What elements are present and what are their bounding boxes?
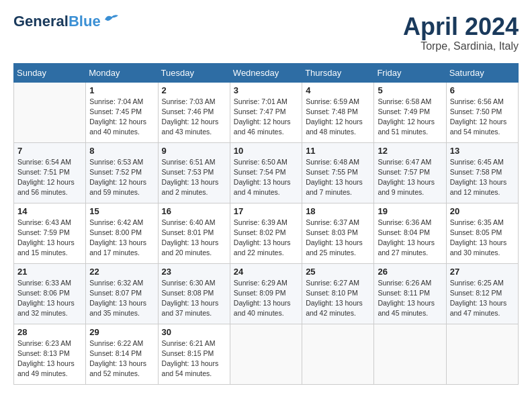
calendar-cell: 11Sunrise: 6:48 AMSunset: 7:55 PMDayligh… (302, 142, 374, 203)
calendar-cell: 24Sunrise: 6:29 AMSunset: 8:09 PMDayligh… (230, 263, 302, 324)
calendar-cell: 26Sunrise: 6:26 AMSunset: 8:11 PMDayligh… (374, 263, 446, 324)
calendar-week-row: 7Sunrise: 6:54 AMSunset: 7:51 PMDaylight… (14, 142, 519, 203)
day-detail: Sunrise: 6:59 AMSunset: 7:48 PMDaylight:… (306, 97, 370, 138)
day-detail: Sunrise: 7:03 AMSunset: 7:46 PMDaylight:… (162, 97, 226, 138)
day-detail: Sunrise: 6:45 AMSunset: 7:58 PMDaylight:… (450, 157, 515, 198)
day-number: 23 (162, 267, 226, 277)
day-detail: Sunrise: 6:30 AMSunset: 8:08 PMDaylight:… (162, 278, 226, 319)
day-number: 29 (89, 327, 154, 337)
calendar-body: 1Sunrise: 7:04 AMSunset: 7:45 PMDaylight… (14, 82, 519, 384)
day-header-tuesday: Tuesday (158, 63, 230, 82)
title-area: April 2024 Torpe, Sardinia, Italy (403, 13, 519, 52)
calendar-cell: 1Sunrise: 7:04 AMSunset: 7:45 PMDaylight… (86, 82, 158, 142)
calendar-cell: 15Sunrise: 6:42 AMSunset: 8:00 PMDayligh… (86, 203, 158, 263)
calendar-week-row: 14Sunrise: 6:43 AMSunset: 7:59 PMDayligh… (14, 203, 519, 263)
day-number: 15 (89, 206, 154, 216)
day-number: 1 (89, 85, 154, 95)
day-detail: Sunrise: 6:21 AMSunset: 8:15 PMDaylight:… (162, 338, 226, 379)
day-detail: Sunrise: 6:35 AMSunset: 8:05 PMDaylight:… (450, 218, 515, 259)
bird-icon (103, 13, 120, 25)
day-number: 12 (378, 146, 442, 156)
calendar-cell: 7Sunrise: 6:54 AMSunset: 7:51 PMDaylight… (14, 142, 86, 203)
day-detail: Sunrise: 6:39 AMSunset: 8:02 PMDaylight:… (234, 218, 298, 259)
calendar-cell: 28Sunrise: 6:23 AMSunset: 8:13 PMDayligh… (14, 324, 86, 384)
day-detail: Sunrise: 6:29 AMSunset: 8:09 PMDaylight:… (234, 278, 298, 319)
day-detail: Sunrise: 6:23 AMSunset: 8:13 PMDaylight:… (17, 338, 82, 379)
calendar-cell: 29Sunrise: 6:22 AMSunset: 8:14 PMDayligh… (86, 324, 158, 384)
calendar-week-row: 1Sunrise: 7:04 AMSunset: 7:45 PMDaylight… (14, 82, 519, 142)
calendar-cell: 22Sunrise: 6:32 AMSunset: 8:07 PMDayligh… (86, 263, 158, 324)
day-header-wednesday: Wednesday (230, 63, 302, 82)
day-number: 8 (89, 146, 154, 156)
day-number: 6 (450, 85, 515, 95)
calendar-cell (14, 82, 86, 142)
calendar-cell: 27Sunrise: 6:25 AMSunset: 8:12 PMDayligh… (446, 263, 518, 324)
day-detail: Sunrise: 7:01 AMSunset: 7:47 PMDaylight:… (234, 97, 298, 138)
day-number: 4 (306, 85, 370, 95)
calendar-cell: 2Sunrise: 7:03 AMSunset: 7:46 PMDaylight… (158, 82, 230, 142)
calendar-cell: 8Sunrise: 6:53 AMSunset: 7:52 PMDaylight… (86, 142, 158, 203)
day-detail: Sunrise: 6:22 AMSunset: 8:14 PMDaylight:… (89, 338, 154, 379)
day-detail: Sunrise: 6:33 AMSunset: 8:06 PMDaylight:… (17, 278, 82, 319)
page-header: GeneralBlue April 2024 Torpe, Sardinia, … (13, 13, 519, 52)
day-number: 5 (378, 85, 442, 95)
location: Torpe, Sardinia, Italy (403, 40, 519, 52)
day-number: 3 (234, 85, 298, 95)
day-detail: Sunrise: 6:56 AMSunset: 7:50 PMDaylight:… (450, 97, 515, 138)
calendar-cell: 30Sunrise: 6:21 AMSunset: 8:15 PMDayligh… (158, 324, 230, 384)
day-number: 13 (450, 146, 515, 156)
day-number: 9 (162, 146, 226, 156)
calendar-week-row: 21Sunrise: 6:33 AMSunset: 8:06 PMDayligh… (14, 263, 519, 324)
day-number: 10 (234, 146, 298, 156)
day-number: 24 (234, 267, 298, 277)
day-detail: Sunrise: 6:48 AMSunset: 7:55 PMDaylight:… (306, 157, 370, 198)
calendar-header-row: SundayMondayTuesdayWednesdayThursdayFrid… (14, 63, 519, 82)
day-detail: Sunrise: 7:04 AMSunset: 7:45 PMDaylight:… (89, 97, 154, 138)
day-detail: Sunrise: 6:58 AMSunset: 7:49 PMDaylight:… (378, 97, 442, 138)
day-detail: Sunrise: 6:32 AMSunset: 8:07 PMDaylight:… (89, 278, 154, 319)
calendar-cell (446, 324, 518, 384)
day-number: 27 (450, 267, 515, 277)
day-number: 17 (234, 206, 298, 216)
calendar-cell: 9Sunrise: 6:51 AMSunset: 7:53 PMDaylight… (158, 142, 230, 203)
calendar-week-row: 28Sunrise: 6:23 AMSunset: 8:13 PMDayligh… (14, 324, 519, 384)
day-header-sunday: Sunday (14, 63, 86, 82)
day-number: 7 (17, 146, 82, 156)
calendar-cell: 21Sunrise: 6:33 AMSunset: 8:06 PMDayligh… (14, 263, 86, 324)
day-detail: Sunrise: 6:36 AMSunset: 8:04 PMDaylight:… (378, 218, 442, 259)
day-number: 14 (17, 206, 82, 216)
calendar-cell (374, 324, 446, 384)
day-header-saturday: Saturday (446, 63, 518, 82)
calendar-cell: 18Sunrise: 6:37 AMSunset: 8:03 PMDayligh… (302, 203, 374, 263)
day-detail: Sunrise: 6:25 AMSunset: 8:12 PMDaylight:… (450, 278, 515, 319)
calendar-cell: 19Sunrise: 6:36 AMSunset: 8:04 PMDayligh… (374, 203, 446, 263)
day-detail: Sunrise: 6:40 AMSunset: 8:01 PMDaylight:… (162, 218, 226, 259)
day-detail: Sunrise: 6:43 AMSunset: 7:59 PMDaylight:… (17, 218, 82, 259)
day-number: 25 (306, 267, 370, 277)
day-detail: Sunrise: 6:27 AMSunset: 8:10 PMDaylight:… (306, 278, 370, 319)
day-detail: Sunrise: 6:53 AMSunset: 7:52 PMDaylight:… (89, 157, 154, 198)
calendar-cell: 10Sunrise: 6:50 AMSunset: 7:54 PMDayligh… (230, 142, 302, 203)
calendar-cell: 17Sunrise: 6:39 AMSunset: 8:02 PMDayligh… (230, 203, 302, 263)
logo: GeneralBlue (13, 13, 120, 30)
day-number: 16 (162, 206, 226, 216)
calendar-cell: 3Sunrise: 7:01 AMSunset: 7:47 PMDaylight… (230, 82, 302, 142)
day-number: 18 (306, 206, 370, 216)
day-detail: Sunrise: 6:37 AMSunset: 8:03 PMDaylight:… (306, 218, 370, 259)
calendar-cell: 12Sunrise: 6:47 AMSunset: 7:57 PMDayligh… (374, 142, 446, 203)
day-number: 20 (450, 206, 515, 216)
day-number: 11 (306, 146, 370, 156)
day-number: 21 (17, 267, 82, 277)
calendar-cell: 23Sunrise: 6:30 AMSunset: 8:08 PMDayligh… (158, 263, 230, 324)
calendar-cell: 13Sunrise: 6:45 AMSunset: 7:58 PMDayligh… (446, 142, 518, 203)
day-detail: Sunrise: 6:51 AMSunset: 7:53 PMDaylight:… (162, 157, 226, 198)
calendar-cell: 25Sunrise: 6:27 AMSunset: 8:10 PMDayligh… (302, 263, 374, 324)
day-number: 28 (17, 327, 82, 337)
calendar-cell: 6Sunrise: 6:56 AMSunset: 7:50 PMDaylight… (446, 82, 518, 142)
calendar-cell (302, 324, 374, 384)
day-header-monday: Monday (86, 63, 158, 82)
day-detail: Sunrise: 6:47 AMSunset: 7:57 PMDaylight:… (378, 157, 442, 198)
day-detail: Sunrise: 6:26 AMSunset: 8:11 PMDaylight:… (378, 278, 442, 319)
calendar-table: SundayMondayTuesdayWednesdayThursdayFrid… (13, 63, 519, 385)
logo-text: GeneralBlue (13, 13, 101, 30)
